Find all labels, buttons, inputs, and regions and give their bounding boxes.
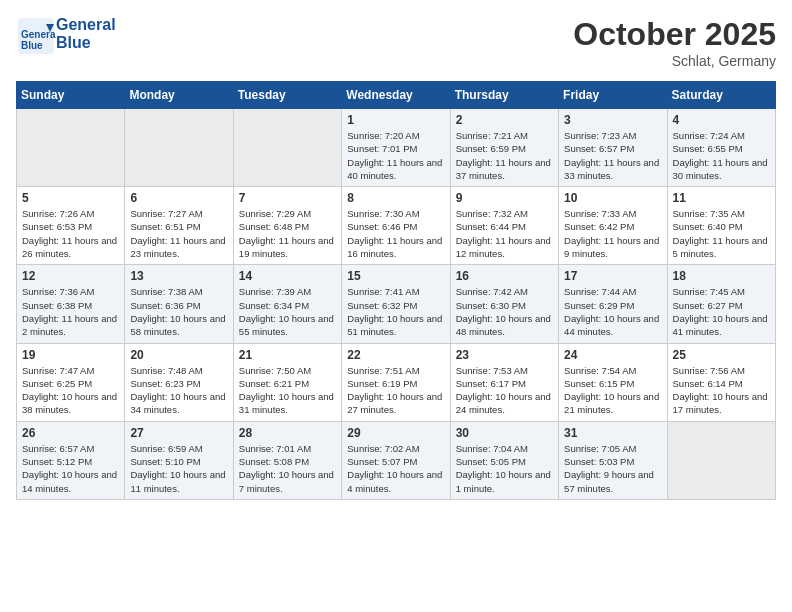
day-number: 13: [130, 269, 227, 283]
day-number: 16: [456, 269, 553, 283]
calendar-cell: [125, 109, 233, 187]
calendar-cell: 12Sunrise: 7:36 AMSunset: 6:38 PMDayligh…: [17, 265, 125, 343]
calendar-cell: 30Sunrise: 7:04 AMSunset: 5:05 PMDayligh…: [450, 421, 558, 499]
calendar-week-5: 26Sunrise: 6:57 AMSunset: 5:12 PMDayligh…: [17, 421, 776, 499]
day-info: Sunrise: 7:54 AMSunset: 6:15 PMDaylight:…: [564, 364, 661, 417]
calendar-cell: 7Sunrise: 7:29 AMSunset: 6:48 PMDaylight…: [233, 187, 341, 265]
day-number: 31: [564, 426, 661, 440]
calendar-cell: 23Sunrise: 7:53 AMSunset: 6:17 PMDayligh…: [450, 343, 558, 421]
weekday-header-tuesday: Tuesday: [233, 82, 341, 109]
day-number: 2: [456, 113, 553, 127]
day-info: Sunrise: 7:56 AMSunset: 6:14 PMDaylight:…: [673, 364, 770, 417]
calendar-cell: 21Sunrise: 7:50 AMSunset: 6:21 PMDayligh…: [233, 343, 341, 421]
day-number: 8: [347, 191, 444, 205]
calendar-cell: 14Sunrise: 7:39 AMSunset: 6:34 PMDayligh…: [233, 265, 341, 343]
weekday-header-saturday: Saturday: [667, 82, 775, 109]
day-number: 6: [130, 191, 227, 205]
day-info: Sunrise: 7:20 AMSunset: 7:01 PMDaylight:…: [347, 129, 444, 182]
calendar-cell: 16Sunrise: 7:42 AMSunset: 6:30 PMDayligh…: [450, 265, 558, 343]
day-number: 21: [239, 348, 336, 362]
day-number: 4: [673, 113, 770, 127]
day-info: Sunrise: 7:39 AMSunset: 6:34 PMDaylight:…: [239, 285, 336, 338]
day-number: 11: [673, 191, 770, 205]
day-number: 24: [564, 348, 661, 362]
calendar-cell: 13Sunrise: 7:38 AMSunset: 6:36 PMDayligh…: [125, 265, 233, 343]
calendar-cell: 15Sunrise: 7:41 AMSunset: 6:32 PMDayligh…: [342, 265, 450, 343]
day-number: 5: [22, 191, 119, 205]
calendar-cell: 17Sunrise: 7:44 AMSunset: 6:29 PMDayligh…: [559, 265, 667, 343]
day-info: Sunrise: 7:38 AMSunset: 6:36 PMDaylight:…: [130, 285, 227, 338]
calendar-week-2: 5Sunrise: 7:26 AMSunset: 6:53 PMDaylight…: [17, 187, 776, 265]
calendar-table: SundayMondayTuesdayWednesdayThursdayFrid…: [16, 81, 776, 500]
day-number: 22: [347, 348, 444, 362]
calendar-cell: 29Sunrise: 7:02 AMSunset: 5:07 PMDayligh…: [342, 421, 450, 499]
calendar-cell: 22Sunrise: 7:51 AMSunset: 6:19 PMDayligh…: [342, 343, 450, 421]
day-info: Sunrise: 7:48 AMSunset: 6:23 PMDaylight:…: [130, 364, 227, 417]
day-number: 1: [347, 113, 444, 127]
calendar-cell: 24Sunrise: 7:54 AMSunset: 6:15 PMDayligh…: [559, 343, 667, 421]
calendar-cell: 18Sunrise: 7:45 AMSunset: 6:27 PMDayligh…: [667, 265, 775, 343]
weekday-header-monday: Monday: [125, 82, 233, 109]
calendar-cell: 20Sunrise: 7:48 AMSunset: 6:23 PMDayligh…: [125, 343, 233, 421]
day-info: Sunrise: 7:32 AMSunset: 6:44 PMDaylight:…: [456, 207, 553, 260]
logo-text-2: Blue: [56, 34, 116, 52]
day-info: Sunrise: 7:44 AMSunset: 6:29 PMDaylight:…: [564, 285, 661, 338]
weekday-header-sunday: Sunday: [17, 82, 125, 109]
day-info: Sunrise: 7:01 AMSunset: 5:08 PMDaylight:…: [239, 442, 336, 495]
day-number: 9: [456, 191, 553, 205]
day-info: Sunrise: 6:57 AMSunset: 5:12 PMDaylight:…: [22, 442, 119, 495]
day-info: Sunrise: 7:45 AMSunset: 6:27 PMDaylight:…: [673, 285, 770, 338]
location-label: Schlat, Germany: [573, 53, 776, 69]
calendar-cell: 8Sunrise: 7:30 AMSunset: 6:46 PMDaylight…: [342, 187, 450, 265]
day-info: Sunrise: 7:35 AMSunset: 6:40 PMDaylight:…: [673, 207, 770, 260]
day-number: 25: [673, 348, 770, 362]
day-info: Sunrise: 7:42 AMSunset: 6:30 PMDaylight:…: [456, 285, 553, 338]
calendar-week-3: 12Sunrise: 7:36 AMSunset: 6:38 PMDayligh…: [17, 265, 776, 343]
calendar-cell: 28Sunrise: 7:01 AMSunset: 5:08 PMDayligh…: [233, 421, 341, 499]
day-number: 3: [564, 113, 661, 127]
day-info: Sunrise: 6:59 AMSunset: 5:10 PMDaylight:…: [130, 442, 227, 495]
calendar-cell: 5Sunrise: 7:26 AMSunset: 6:53 PMDaylight…: [17, 187, 125, 265]
logo: General Blue General Blue: [16, 16, 116, 52]
day-number: 10: [564, 191, 661, 205]
calendar-cell: 31Sunrise: 7:05 AMSunset: 5:03 PMDayligh…: [559, 421, 667, 499]
title-block: October 2025 Schlat, Germany: [573, 16, 776, 69]
day-info: Sunrise: 7:36 AMSunset: 6:38 PMDaylight:…: [22, 285, 119, 338]
weekday-header-wednesday: Wednesday: [342, 82, 450, 109]
calendar-cell: 9Sunrise: 7:32 AMSunset: 6:44 PMDaylight…: [450, 187, 558, 265]
day-number: 18: [673, 269, 770, 283]
day-number: 23: [456, 348, 553, 362]
calendar-cell: [17, 109, 125, 187]
day-info: Sunrise: 7:50 AMSunset: 6:21 PMDaylight:…: [239, 364, 336, 417]
day-info: Sunrise: 7:41 AMSunset: 6:32 PMDaylight:…: [347, 285, 444, 338]
day-number: 28: [239, 426, 336, 440]
calendar-cell: [667, 421, 775, 499]
calendar-cell: 2Sunrise: 7:21 AMSunset: 6:59 PMDaylight…: [450, 109, 558, 187]
day-number: 30: [456, 426, 553, 440]
day-number: 20: [130, 348, 227, 362]
day-info: Sunrise: 7:53 AMSunset: 6:17 PMDaylight:…: [456, 364, 553, 417]
weekday-header-row: SundayMondayTuesdayWednesdayThursdayFrid…: [17, 82, 776, 109]
day-info: Sunrise: 7:51 AMSunset: 6:19 PMDaylight:…: [347, 364, 444, 417]
day-info: Sunrise: 7:26 AMSunset: 6:53 PMDaylight:…: [22, 207, 119, 260]
day-number: 14: [239, 269, 336, 283]
calendar-cell: 27Sunrise: 6:59 AMSunset: 5:10 PMDayligh…: [125, 421, 233, 499]
day-number: 26: [22, 426, 119, 440]
calendar-cell: 11Sunrise: 7:35 AMSunset: 6:40 PMDayligh…: [667, 187, 775, 265]
calendar-cell: 25Sunrise: 7:56 AMSunset: 6:14 PMDayligh…: [667, 343, 775, 421]
calendar-week-4: 19Sunrise: 7:47 AMSunset: 6:25 PMDayligh…: [17, 343, 776, 421]
logo-icon: General Blue: [16, 16, 52, 52]
day-number: 29: [347, 426, 444, 440]
calendar-cell: 1Sunrise: 7:20 AMSunset: 7:01 PMDaylight…: [342, 109, 450, 187]
calendar-cell: 3Sunrise: 7:23 AMSunset: 6:57 PMDaylight…: [559, 109, 667, 187]
day-info: Sunrise: 7:02 AMSunset: 5:07 PMDaylight:…: [347, 442, 444, 495]
weekday-header-thursday: Thursday: [450, 82, 558, 109]
calendar-cell: [233, 109, 341, 187]
calendar-cell: 4Sunrise: 7:24 AMSunset: 6:55 PMDaylight…: [667, 109, 775, 187]
day-number: 17: [564, 269, 661, 283]
weekday-header-friday: Friday: [559, 82, 667, 109]
day-number: 7: [239, 191, 336, 205]
calendar-week-1: 1Sunrise: 7:20 AMSunset: 7:01 PMDaylight…: [17, 109, 776, 187]
calendar-cell: 26Sunrise: 6:57 AMSunset: 5:12 PMDayligh…: [17, 421, 125, 499]
svg-text:General: General: [21, 29, 56, 40]
